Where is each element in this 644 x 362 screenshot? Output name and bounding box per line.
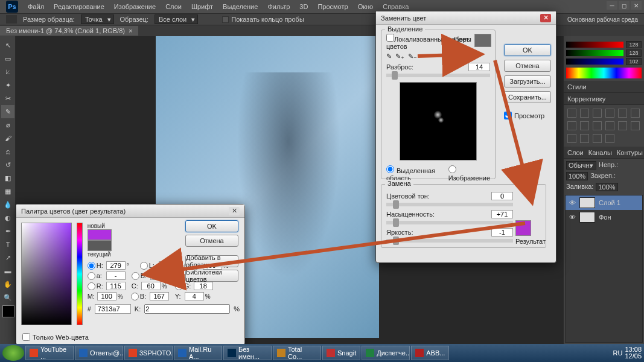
l-value[interactable]	[159, 261, 178, 270]
gradient-tool[interactable]: ▦	[1, 185, 14, 198]
h-radio[interactable]	[88, 262, 95, 270]
menu-window[interactable]: Окно	[353, 1, 378, 13]
curves-icon[interactable]	[593, 109, 602, 118]
b-value[interactable]: 102	[626, 58, 642, 65]
type-tool[interactable]: T	[1, 238, 14, 251]
dodge-tool[interactable]: ◐	[1, 211, 14, 224]
color-field[interactable]	[21, 223, 72, 325]
lasso-tool[interactable]: ⟀	[1, 65, 14, 78]
brush-tool[interactable]: 🖌	[1, 132, 14, 145]
wand-tool[interactable]: ✦	[1, 78, 14, 92]
task-item[interactable]: Без имен...	[223, 346, 272, 360]
task-item[interactable]: 3SPHOTO...	[124, 346, 173, 360]
opacity-value[interactable]: 100%	[566, 172, 588, 180]
hue-slider[interactable]	[386, 203, 513, 206]
menu-file[interactable]: Файл	[23, 1, 49, 13]
c-value[interactable]	[141, 282, 161, 290]
stamp-tool[interactable]: ⎌	[1, 145, 14, 158]
cancel-button[interactable]: Отмена	[504, 60, 551, 72]
hue-strip[interactable]	[77, 223, 83, 325]
task-item[interactable]: Mail.Ru A...	[174, 346, 222, 360]
crop-tool[interactable]: ✂	[1, 92, 14, 105]
hand-tool[interactable]: ✋	[1, 278, 14, 291]
bw-icon[interactable]	[580, 121, 589, 130]
workspace-label[interactable]: Основная рабочая среда	[567, 16, 638, 23]
menu-type[interactable]: Шрифт	[187, 1, 218, 13]
thresh-icon[interactable]	[580, 134, 589, 143]
blend-mode[interactable]: Обычн.	[566, 161, 596, 170]
hue-value[interactable]	[491, 192, 513, 200]
radio-selection[interactable]	[386, 165, 394, 173]
picker-titlebar[interactable]: Палитра цветов (цвет результата) ✕	[16, 205, 244, 218]
task-item[interactable]: Total Co...	[273, 346, 321, 360]
r-slider[interactable]	[566, 42, 623, 48]
menu-image[interactable]: Изображение	[109, 1, 161, 13]
lookup-icon[interactable]	[618, 121, 627, 130]
colbal-icon[interactable]	[567, 121, 576, 130]
eyedropper-add-icon[interactable]: ✎₊	[395, 52, 404, 60]
r-value[interactable]: 128	[626, 41, 642, 48]
document-tab[interactable]: Без имени-1 @ 74,3% (Слой 1, RGB/8) ×	[0, 26, 138, 36]
styles-tab[interactable]: Стили	[567, 83, 587, 91]
selcol-icon[interactable]	[605, 134, 614, 143]
l-radio[interactable]	[140, 262, 148, 270]
color-marker[interactable]	[109, 263, 115, 269]
menu-3d[interactable]: 3D	[295, 1, 313, 13]
picker-close-button[interactable]: ✕	[229, 207, 240, 215]
eyedropper-sub-icon[interactable]: ✎₋	[408, 52, 417, 60]
fuzziness-slider[interactable]	[386, 74, 490, 77]
result-color-swatch[interactable]	[515, 220, 531, 236]
y-value[interactable]	[185, 292, 204, 300]
window-maximize[interactable]: ◻	[619, 1, 630, 10]
saturation-slider[interactable]	[386, 221, 513, 224]
layers-tab[interactable]: Слои	[567, 149, 584, 156]
eraser-tool[interactable]: ◧	[1, 171, 14, 185]
blur-tool[interactable]: 💧	[1, 198, 14, 211]
menu-edit[interactable]: Редактирование	[49, 1, 109, 13]
lang-indicator[interactable]: RU	[613, 349, 623, 357]
path-tool[interactable]: ↗	[1, 251, 14, 264]
eyedropper-icon[interactable]: ✎	[386, 52, 392, 60]
k-value[interactable]	[144, 304, 230, 314]
vibrance-icon[interactable]	[618, 109, 627, 118]
task-item[interactable]: YouTube ...	[25, 346, 74, 360]
b1-value[interactable]	[150, 272, 170, 280]
exposure-icon[interactable]	[605, 109, 614, 118]
history-brush-tool[interactable]: ↺	[1, 158, 14, 171]
menu-filter[interactable]: Фильтр	[263, 1, 295, 13]
b-slider[interactable]	[566, 59, 623, 65]
menu-layers[interactable]: Слои	[161, 1, 187, 13]
localized-checkbox[interactable]	[386, 34, 394, 42]
layer-name[interactable]: Слой 1	[599, 199, 620, 206]
marquee-tool[interactable]: ▭	[1, 52, 14, 65]
foreground-color[interactable]	[2, 305, 14, 317]
g-value[interactable]: 128	[626, 49, 642, 57]
gradmap-icon[interactable]	[593, 134, 602, 143]
chmix-icon[interactable]	[605, 121, 614, 130]
sample-size-dropdown[interactable]: Точка	[81, 14, 114, 24]
photo-filter-icon[interactable]	[593, 121, 602, 130]
dialog-titlebar[interactable]: Заменить цвет ✕	[376, 11, 556, 25]
tab-close-icon[interactable]: ×	[129, 27, 132, 34]
channels-tab[interactable]: Каналы	[588, 149, 612, 156]
clock[interactable]: 13:0812/05	[625, 346, 642, 360]
layer-row-bg[interactable]: 👁Фон	[566, 210, 642, 224]
m-value[interactable]	[97, 292, 116, 300]
web-only-checkbox[interactable]	[22, 333, 30, 341]
bl-radio[interactable]	[131, 293, 139, 300]
sample-layers-dropdown[interactable]: Все слои	[155, 14, 198, 24]
task-item[interactable]: ABB...	[411, 346, 449, 360]
menu-view[interactable]: Просмотр	[313, 1, 352, 13]
add-swatch-button[interactable]: Добавить в образцы	[185, 255, 238, 267]
bl-value[interactable]	[150, 292, 169, 300]
shape-tool[interactable]: ▬	[1, 264, 14, 278]
move-tool[interactable]: ↖	[1, 39, 14, 52]
color-lib-button[interactable]: Библиотеки цветов	[185, 270, 238, 282]
adjustments-tab[interactable]: Коррективку	[567, 95, 605, 103]
poster-icon[interactable]	[567, 134, 576, 143]
layer-row-layer1[interactable]: 👁Слой 1	[566, 195, 642, 210]
lightness-value[interactable]	[491, 228, 513, 237]
picker-ok-button[interactable]: OK	[185, 220, 238, 232]
load-button[interactable]: Загрузить...	[504, 75, 551, 87]
picker-cancel-button[interactable]: Отмена	[185, 235, 238, 247]
